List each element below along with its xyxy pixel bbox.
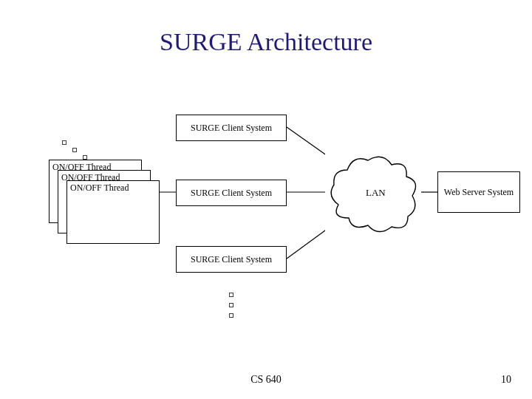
marker-dot — [62, 140, 66, 145]
server-box: Web Server System — [437, 171, 520, 213]
marker-dot — [72, 148, 77, 152]
client-box-1: SURGE Client System — [176, 115, 287, 141]
client-label-1: SURGE Client System — [191, 123, 272, 134]
slide-title: SURGE Architecture — [0, 28, 532, 56]
client-box-2: SURGE Client System — [176, 180, 287, 206]
server-label: Web Server System — [444, 187, 514, 198]
slide: SURGE Architecture ON/OFF Thread ON/OFF … — [0, 0, 532, 399]
thread-label-3: ON/OFF Thread — [67, 181, 159, 195]
footer-page-number: 10 — [501, 374, 511, 386]
client-label-3: SURGE Client System — [191, 254, 272, 265]
marker-dot — [229, 313, 233, 318]
thread-box-front: ON/OFF Thread — [66, 180, 160, 244]
marker-dot — [229, 303, 233, 307]
footer-course: CS 640 — [0, 374, 532, 386]
marker-dot — [229, 293, 233, 297]
client-box-3: SURGE Client System — [176, 246, 287, 273]
client-label-2: SURGE Client System — [191, 188, 272, 199]
lan-label: LAN — [366, 187, 386, 199]
marker-dot — [83, 155, 87, 160]
